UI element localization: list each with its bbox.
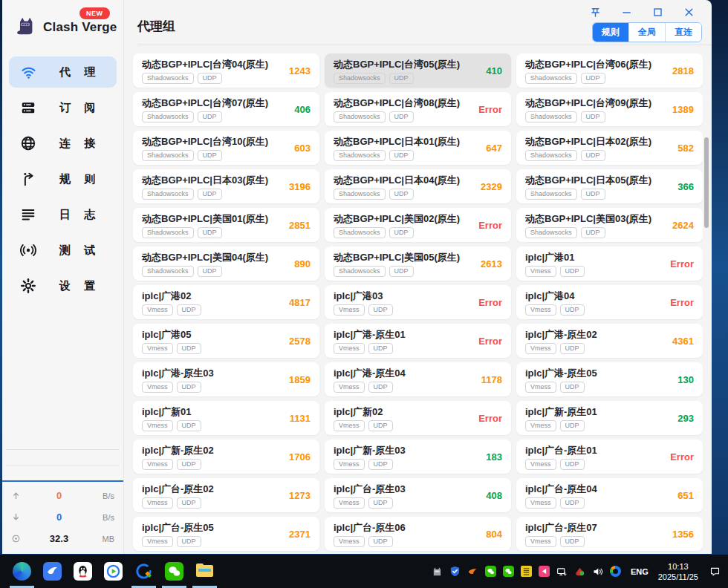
proxy-delay[interactable]: 408: [486, 490, 502, 501]
proxy-card[interactable]: iplc|广港-原生03 Vmess UDP 1859: [133, 362, 319, 396]
proxy-card[interactable]: iplc|广港-原生01 Vmess UDP Error: [325, 324, 511, 358]
proxy-card[interactable]: iplc|广港-原生02 Vmess UDP 4361: [516, 324, 703, 358]
proxy-card[interactable]: 动态BGP+IPLC|台湾09(原生) Shadowsocks UDP 1389: [516, 92, 703, 126]
proxy-delay[interactable]: 2851: [289, 220, 311, 231]
proxy-card[interactable]: 动态BGP+IPLC|美国01(原生) Shadowsocks UDP 2851: [133, 208, 319, 242]
language-indicator[interactable]: ENG: [628, 567, 651, 576]
proxy-delay[interactable]: 366: [677, 181, 694, 192]
proxy-card[interactable]: 动态BGP+IPLC|台湾10(原生) Shadowsocks UDP 603: [133, 131, 319, 165]
pink-app-icon[interactable]: [539, 566, 550, 577]
proxy-card[interactable]: 动态BGP+IPLC|日本02(原生) Shadowsocks UDP 582: [516, 131, 703, 165]
close-icon[interactable]: [682, 5, 695, 19]
wechat-tray-icon[interactable]: [503, 566, 514, 577]
proxy-card[interactable]: 动态BGP+IPLC|台湾07(原生) Shadowsocks UDP 406: [133, 92, 319, 126]
proxy-delay[interactable]: 603: [294, 143, 311, 154]
proxy-delay[interactable]: 1178: [481, 374, 502, 385]
mode-button-0[interactable]: 规则: [593, 23, 628, 42]
tencent-video-icon[interactable]: [103, 561, 123, 581]
proxy-delay[interactable]: 582: [677, 143, 694, 154]
sidebar-item-0[interactable]: 代 理: [9, 56, 117, 88]
pin-icon[interactable]: [588, 5, 602, 19]
proxy-delay[interactable]: 2818: [672, 65, 694, 76]
proxy-delay[interactable]: Error: [478, 336, 502, 347]
notification-center-icon[interactable]: [709, 566, 721, 577]
shield-icon[interactable]: [449, 566, 461, 577]
proxy-delay[interactable]: 410: [486, 65, 502, 76]
proxy-delay[interactable]: Error: [478, 413, 502, 424]
proxy-delay[interactable]: 130: [677, 374, 694, 385]
proxy-delay[interactable]: 1859: [289, 374, 311, 385]
proxy-card[interactable]: iplc|广新01 Vmess UDP 1131: [133, 401, 319, 435]
maximize-icon[interactable]: [651, 5, 664, 19]
proxy-delay[interactable]: 1131: [290, 413, 311, 424]
mail-app-icon[interactable]: [574, 566, 585, 577]
proxy-card[interactable]: iplc|广港02 Vmess UDP 4817: [133, 285, 319, 319]
proxy-delay[interactable]: 651: [677, 490, 694, 501]
proxy-card[interactable]: iplc|广台-原生05 Vmess UDP 2371: [133, 517, 319, 551]
wecom-icon[interactable]: [485, 566, 496, 577]
proxy-card[interactable]: iplc|广台-原生03 Vmess UDP 408: [325, 478, 511, 512]
proxy-delay[interactable]: Error: [478, 104, 502, 115]
proxy-card[interactable]: iplc|广新-原生01 Vmess UDP 293: [516, 401, 703, 435]
sidebar-item-4[interactable]: 日 志: [9, 199, 117, 230]
proxy-delay[interactable]: Error: [670, 258, 694, 270]
network-icon[interactable]: [556, 566, 568, 577]
proxy-card[interactable]: 动态BGP+IPLC|台湾05(原生) Shadowsocks UDP 410: [325, 53, 511, 88]
proxy-delay[interactable]: 2613: [481, 258, 502, 270]
sidebar-item-3[interactable]: 规 则: [9, 163, 117, 195]
proxy-delay[interactable]: Error: [670, 297, 694, 308]
proxy-card[interactable]: iplc|广港01 Vmess UDP Error: [516, 246, 703, 281]
proxy-delay[interactable]: 293: [677, 413, 694, 424]
proxy-delay[interactable]: Error: [670, 451, 694, 463]
proxy-card[interactable]: iplc|广台-原生01 Vmess UDP Error: [516, 440, 703, 474]
proxy-card[interactable]: 动态BGP+IPLC|日本03(原生) Shadowsocks UDP 3196: [133, 169, 319, 203]
proxy-delay[interactable]: 2624: [672, 220, 694, 231]
proxy-delay[interactable]: 1706: [289, 451, 311, 463]
proxy-delay[interactable]: 804: [486, 529, 502, 540]
sidebar-item-5[interactable]: 测 试: [9, 235, 117, 266]
file-explorer-icon[interactable]: [195, 561, 215, 581]
sidebar-item-6[interactable]: 设 置: [9, 270, 117, 301]
proxy-card[interactable]: iplc|广新-原生02 Vmess UDP 1706: [133, 440, 319, 474]
proxy-delay[interactable]: 1273: [289, 490, 311, 501]
proxy-delay[interactable]: 4361: [672, 336, 694, 347]
sidebar-item-2[interactable]: 连 接: [9, 128, 117, 159]
qq-icon[interactable]: [73, 561, 93, 581]
mode-button-1[interactable]: 全局: [628, 23, 665, 42]
proxy-card[interactable]: 动态BGP+IPLC|台湾08(原生) Shadowsocks UDP Erro…: [325, 92, 511, 126]
proxy-card[interactable]: 动态BGP+IPLC|日本01(原生) Shadowsocks UDP 647: [325, 131, 511, 165]
proxy-card[interactable]: iplc|广港05 Vmess UDP 2578: [133, 324, 319, 358]
minimize-icon[interactable]: [620, 5, 633, 19]
mode-button-2[interactable]: 直连: [665, 23, 701, 42]
input-method-icon[interactable]: [610, 566, 621, 577]
clock[interactable]: 10:132025/11/25: [658, 561, 698, 582]
wechat-icon[interactable]: [164, 561, 184, 581]
qq-chat-icon[interactable]: [134, 561, 154, 581]
sidebar-item-1[interactable]: 订 阅: [9, 92, 117, 123]
proxy-card[interactable]: iplc|广新-原生03 Vmess UDP 183: [325, 440, 511, 474]
proxy-delay[interactable]: 2578: [289, 336, 311, 347]
scrollbar-thumb[interactable]: [704, 137, 709, 228]
proxy-card[interactable]: 动态BGP+IPLC|美国05(原生) Shadowsocks UDP 2613: [325, 246, 511, 281]
proxy-card[interactable]: iplc|广港03 Vmess UDP Error: [325, 285, 511, 319]
proxy-card[interactable]: 动态BGP+IPLC|台湾04(原生) Shadowsocks UDP 1243: [133, 53, 319, 88]
proxy-card[interactable]: iplc|广台-原生04 Vmess UDP 651: [516, 478, 703, 512]
proxy-card[interactable]: 动态BGP+IPLC|日本05(原生) Shadowsocks UDP 366: [516, 169, 703, 203]
proxy-delay[interactable]: 2329: [481, 181, 502, 192]
proxy-delay[interactable]: 647: [486, 143, 502, 154]
proxy-delay[interactable]: 890: [294, 258, 311, 270]
proxy-delay[interactable]: 183: [486, 451, 502, 463]
volume-icon[interactable]: [592, 566, 603, 577]
proxy-card[interactable]: iplc|广港04 Vmess UDP Error: [516, 285, 703, 319]
proxy-card[interactable]: iplc|广台-原生07 Vmess UDP 1356: [516, 517, 703, 551]
proxy-delay[interactable]: 406: [294, 104, 311, 115]
proxy-card[interactable]: iplc|广台-原生06 Vmess UDP 804: [325, 517, 511, 551]
proxy-card[interactable]: iplc|广港-原生04 Vmess UDP 1178: [325, 362, 511, 396]
proxy-delay[interactable]: Error: [478, 297, 502, 308]
proxy-delay[interactable]: 1356: [672, 529, 694, 540]
proxy-delay[interactable]: 2371: [289, 529, 311, 540]
edge-icon[interactable]: [12, 561, 32, 581]
clash-tray-icon[interactable]: [432, 566, 443, 577]
proxy-delay[interactable]: Error: [478, 220, 502, 231]
proxy-card[interactable]: 动态BGP+IPLC|美国02(原生) Shadowsocks UDP Erro…: [325, 208, 511, 242]
